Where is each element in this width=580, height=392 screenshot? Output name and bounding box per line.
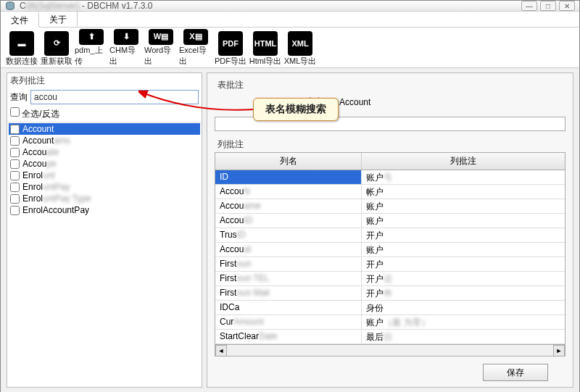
list-item-checkbox[interactable] <box>10 194 20 204</box>
menu-about[interactable]: 关于 <box>39 12 78 27</box>
table-row[interactable]: StartClearDate最后日 <box>215 330 565 344</box>
cell-colname[interactable]: Firstoun TEL <box>215 272 362 285</box>
scroll-track[interactable] <box>227 345 553 356</box>
cell-colnote[interactable]: 账户 <box>362 199 565 213</box>
cell-colname[interactable]: ID <box>215 170 362 184</box>
cell-colnote[interactable]: 开户 <box>362 228 565 242</box>
toolbar-label: CHM导出 <box>109 45 143 67</box>
cell-text: First <box>220 273 236 283</box>
cell-text: Trus <box>220 230 237 240</box>
list-item[interactable]: Enrolunt <box>9 170 200 181</box>
toolbar-chm-button[interactable]: ⬇CHM导出 <box>109 29 143 67</box>
cell-colnote[interactable]: 账户 <box>362 214 565 228</box>
list-item[interactable]: Accountams <box>9 135 200 146</box>
list-item-text-obscured: pe <box>46 159 56 169</box>
cell-colname[interactable]: CurAmount <box>215 315 362 329</box>
table-row[interactable]: IDCa身份 <box>215 301 565 315</box>
table-row[interactable]: Firstoun开户 <box>215 257 565 272</box>
cell-colname[interactable]: AccouID <box>215 214 362 228</box>
table-row[interactable]: ID账户号 <box>215 170 565 185</box>
selectall-checkbox[interactable] <box>10 107 20 117</box>
refresh-icon: ⟳ <box>44 31 69 56</box>
cell-text: IDCa <box>220 302 239 312</box>
cell-colnote[interactable]: 开户话 <box>362 272 565 285</box>
cell-colname[interactable]: StartClearDate <box>215 330 362 343</box>
cell-colname[interactable]: Firstoun Mail <box>215 286 362 300</box>
cell-text: First <box>220 288 236 298</box>
list-item-checkbox[interactable] <box>10 183 20 192</box>
table-row[interactable]: Accouame账户 <box>215 199 565 214</box>
cell-text: 最后 <box>366 332 384 342</box>
cell-colnote[interactable]: 账户 <box>362 243 565 257</box>
save-button[interactable]: 保存 <box>483 364 548 381</box>
list-item-checkbox[interactable] <box>10 148 20 157</box>
list-item-checkbox[interactable] <box>10 171 20 180</box>
grid-header-colnote[interactable]: 列批注 <box>362 153 565 170</box>
table-row[interactable]: AccouID账户 <box>215 214 565 228</box>
menubar: 文件 关于 <box>1 12 579 28</box>
list-item-checkbox[interactable] <box>10 136 20 146</box>
table-row[interactable]: AccouN帐户 <box>215 185 565 199</box>
table-list[interactable]: AccountAccountamsAccouateAccoupeEnrolunt… <box>7 122 202 387</box>
cell-colname[interactable]: Firstoun <box>215 257 362 271</box>
cell-colnote[interactable]: 开户 <box>362 257 565 271</box>
grid-hscroll[interactable]: ◄ ► <box>215 344 565 356</box>
list-item[interactable]: EnrolAccountPay <box>9 204 200 216</box>
cell-colnote[interactable]: 账户（最 为零） <box>362 315 565 329</box>
list-item[interactable]: EnroluntPay Type <box>9 193 200 204</box>
toolbar-pdf-button[interactable]: PDFPDF导出 <box>214 29 247 67</box>
selectall-label[interactable]: 全选/反选 <box>10 109 59 119</box>
scroll-left-icon[interactable]: ◄ <box>215 345 227 356</box>
list-item-checkbox[interactable] <box>10 125 20 134</box>
list-item[interactable]: Account <box>9 123 200 135</box>
cell-colnote[interactable]: 帐户 <box>362 185 565 199</box>
annotation-callout: 表名模糊搜索 <box>253 98 339 121</box>
app-window: C08(SqlServer) - DBCHM v1.7.3.0 — □ ✕ 文件… <box>0 0 580 392</box>
cell-text-obscured: ame <box>244 201 260 211</box>
cell-colnote[interactable]: 最后日 <box>362 330 565 343</box>
toolbar-db-button[interactable]: ▬数据连接 <box>5 29 38 67</box>
list-item-checkbox[interactable] <box>10 206 20 215</box>
upload-icon: ⬆ <box>79 29 104 45</box>
toolbar-word-button[interactable]: W▤Word导出 <box>144 29 178 67</box>
cell-colnote[interactable]: 账户号 <box>362 170 565 184</box>
toolbar-refresh-button[interactable]: ⟳重新获取 <box>40 29 73 67</box>
list-item-text-obscured: ams <box>54 135 70 146</box>
toolbar-html-button[interactable]: HTMLHtml导出 <box>249 29 282 67</box>
cell-colnote[interactable]: 身份 <box>362 301 565 314</box>
maximize-button[interactable]: □ <box>540 1 556 11</box>
cell-text-obscured: N <box>244 186 250 196</box>
minimize-button[interactable]: — <box>521 1 537 11</box>
list-item[interactable]: Accouate <box>9 146 200 158</box>
query-row: 查询 <box>7 88 202 106</box>
cell-text-obscured: Date <box>259 331 277 341</box>
list-item-text: Enrol <box>22 193 43 204</box>
search-input[interactable] <box>30 90 199 104</box>
menu-file[interactable]: 文件 <box>1 12 39 28</box>
table-row[interactable]: Accouat账户 <box>215 243 565 257</box>
cell-text: Accou <box>220 215 244 225</box>
cell-colname[interactable]: Accouat <box>215 243 362 257</box>
grid-header-colname[interactable]: 列名 <box>215 153 362 170</box>
cell-colname[interactable]: Accouame <box>215 199 362 213</box>
toolbar-excel-button[interactable]: X▤Excel导出 <box>179 29 212 67</box>
table-row[interactable]: Firstoun Mail开户件 <box>215 286 565 301</box>
toolbar-upload-button[interactable]: ⬆pdm_上传 <box>75 29 108 67</box>
table-row[interactable]: TrusID开户 <box>215 228 565 243</box>
table-row[interactable]: Firstoun TEL开户话 <box>215 272 565 286</box>
list-item-text: Accou <box>22 159 46 169</box>
list-item-checkbox[interactable] <box>10 159 20 169</box>
cell-text-obscured: 号 <box>384 172 392 183</box>
toolbar-xml-button[interactable]: XMLXML导出 <box>283 29 317 67</box>
list-item[interactable]: EnroluntPay <box>9 181 200 193</box>
grid-body[interactable]: ID账户号AccouN帐户Accouame账户AccouID账户TrusID开户… <box>215 170 565 344</box>
table-row[interactable]: CurAmount账户（最 为零） <box>215 315 565 330</box>
list-item[interactable]: Accoupe <box>9 158 200 170</box>
cell-colnote[interactable]: 开户件 <box>362 286 565 300</box>
cell-text: 身份 <box>366 303 384 313</box>
cell-colname[interactable]: AccouN <box>215 185 362 199</box>
cell-colname[interactable]: IDCa <box>215 301 362 314</box>
cell-colname[interactable]: TrusID <box>215 228 362 242</box>
scroll-right-icon[interactable]: ► <box>553 345 565 356</box>
close-button[interactable]: ✕ <box>559 1 575 11</box>
